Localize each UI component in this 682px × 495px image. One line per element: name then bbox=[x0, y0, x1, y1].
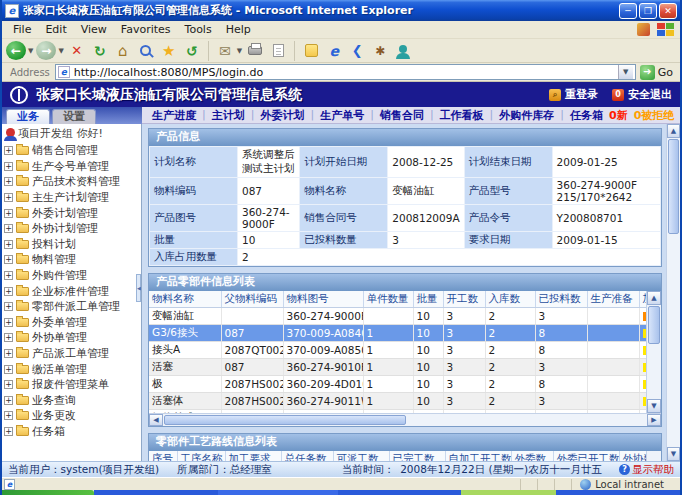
column-header[interactable]: 已完工数 bbox=[389, 451, 445, 461]
show-help-button[interactable]: ? 显示帮助 bbox=[619, 463, 674, 477]
nav-link[interactable]: 外委计划 bbox=[260, 108, 304, 123]
tree-item[interactable]: +投料计划 bbox=[2, 237, 141, 253]
column-header[interactable]: 批量 bbox=[413, 291, 443, 308]
column-header[interactable]: 生产准备 bbox=[587, 291, 639, 308]
forward-icon[interactable]: → bbox=[36, 41, 56, 60]
tree-item[interactable]: +产品派工单管理 bbox=[2, 346, 141, 362]
menu-edit[interactable]: Edit bbox=[38, 22, 73, 37]
parts-horizontal-scrollbar[interactable]: ◀ ▶ bbox=[149, 413, 661, 426]
tree-item[interactable]: +任务箱 bbox=[2, 424, 141, 440]
back-dropdown-icon[interactable]: ▼ bbox=[28, 47, 33, 55]
tree-item[interactable]: +业务查询 bbox=[2, 393, 141, 409]
column-header[interactable]: 外委已开工数 bbox=[553, 451, 619, 461]
expand-icon[interactable]: + bbox=[4, 193, 13, 202]
main-vertical-scrollbar[interactable]: ▲ ▼ bbox=[666, 124, 680, 461]
go-button[interactable]: ➜ Go bbox=[640, 65, 673, 80]
table-row[interactable]: 接头A2087QT002370-009-A085011032820 % bbox=[149, 342, 661, 359]
maximize-button[interactable]: ❐ bbox=[639, 3, 657, 19]
expand-icon[interactable]: + bbox=[4, 349, 13, 358]
expand-icon[interactable]: + bbox=[4, 427, 13, 436]
debug-icon[interactable]: ✱ bbox=[370, 41, 390, 61]
rejected-tasks-badge[interactable]: 0被拒绝 bbox=[634, 108, 675, 123]
expand-icon[interactable]: + bbox=[4, 380, 13, 389]
refresh-icon[interactable]: ↻ bbox=[90, 41, 110, 61]
media-icon[interactable]: ❮ bbox=[347, 41, 367, 61]
tree-item[interactable]: +主生产计划管理 bbox=[2, 190, 141, 206]
column-header[interactable]: 物料名称 bbox=[149, 291, 221, 308]
expand-icon[interactable]: + bbox=[4, 411, 13, 420]
nav-link[interactable]: 生产单号 bbox=[320, 108, 364, 123]
menu-view[interactable]: View bbox=[74, 22, 114, 37]
expand-icon[interactable]: + bbox=[4, 365, 13, 374]
column-header[interactable]: 工序名称 bbox=[177, 451, 225, 461]
tree-item[interactable]: +零部件派工单管理 bbox=[2, 299, 141, 315]
menu-favorites[interactable]: Favorites bbox=[114, 22, 178, 37]
column-header[interactable]: 可派工数 bbox=[333, 451, 389, 461]
scroll-down-icon[interactable]: ▼ bbox=[667, 447, 680, 461]
expand-icon[interactable]: + bbox=[4, 333, 13, 342]
expand-icon[interactable]: + bbox=[4, 302, 13, 311]
scroll-up-icon[interactable]: ▲ bbox=[667, 124, 680, 138]
column-header[interactable]: 加工要求 bbox=[225, 451, 281, 461]
mail-dropdown-icon[interactable]: ▼ bbox=[237, 47, 242, 55]
tree-item[interactable]: +外购件管理 bbox=[2, 268, 141, 284]
forward-dropdown-icon[interactable]: ▼ bbox=[58, 47, 63, 55]
scroll-left-icon[interactable]: ◀ bbox=[149, 414, 163, 426]
nav-link[interactable]: 工作看板 bbox=[440, 108, 484, 123]
relogin-button[interactable]: ⌕ 重登录 bbox=[549, 87, 598, 102]
tree-item[interactable]: +外委单管理 bbox=[2, 315, 141, 331]
menu-tools[interactable]: Tools bbox=[178, 22, 219, 37]
tree-item[interactable]: +物料管理 bbox=[2, 252, 141, 268]
taskbar-button[interactable] bbox=[218, 490, 338, 495]
column-header[interactable]: 自加工开工数 bbox=[445, 451, 511, 461]
scrollbar-thumb[interactable] bbox=[668, 139, 679, 234]
nav-link[interactable]: 任务箱 bbox=[570, 108, 603, 123]
expand-icon[interactable]: + bbox=[4, 177, 13, 186]
notes-icon[interactable] bbox=[301, 41, 321, 61]
history-icon[interactable]: ↺ bbox=[182, 41, 202, 61]
column-header[interactable]: 开工数 bbox=[443, 291, 485, 308]
tree-item[interactable]: +产品技术资料管理 bbox=[2, 174, 141, 190]
tree-item[interactable]: +销售合同管理 bbox=[2, 143, 141, 159]
scroll-down-icon[interactable]: ▼ bbox=[647, 399, 661, 413]
expand-icon[interactable]: + bbox=[4, 240, 13, 249]
nav-link[interactable]: 生产进度 bbox=[152, 108, 196, 123]
favorites-icon[interactable]: ★ bbox=[159, 41, 179, 61]
column-header[interactable]: 总任务数 bbox=[281, 451, 333, 461]
home-icon[interactable]: ⌂ bbox=[113, 41, 133, 61]
tree-item[interactable]: +生产令号单管理 bbox=[2, 159, 141, 175]
search-icon[interactable] bbox=[136, 41, 156, 61]
address-input[interactable]: e http://localhost:8080/MPS/login.do ▼ bbox=[55, 64, 636, 80]
taskbar-button[interactable] bbox=[461, 490, 556, 495]
expand-icon[interactable]: + bbox=[4, 255, 13, 264]
expand-icon[interactable]: + bbox=[4, 287, 13, 296]
scroll-up-icon[interactable]: ▲ bbox=[647, 291, 661, 305]
scroll-right-icon[interactable]: ▶ bbox=[647, 414, 661, 426]
column-header[interactable]: 外委数 bbox=[511, 451, 553, 461]
expand-icon[interactable]: + bbox=[4, 271, 13, 280]
menu-file[interactable]: File bbox=[6, 22, 38, 37]
nav-link[interactable]: 外购件库存 bbox=[499, 108, 554, 123]
start-button[interactable] bbox=[2, 490, 94, 495]
expand-icon[interactable]: + bbox=[4, 209, 13, 218]
scrollbar-thumb[interactable] bbox=[648, 306, 660, 344]
table-row[interactable]: 缸体总成087360-274-9200F11032419 % bbox=[149, 410, 661, 414]
minimize-button[interactable]: ─ bbox=[619, 3, 637, 19]
internet-explorer-icon[interactable]: e bbox=[324, 41, 344, 61]
table-row[interactable]: 活塞087360-274-9010F11032320 % bbox=[149, 359, 661, 376]
table-row[interactable]: 活塞体2087HS002360-274-9011W11032320 % bbox=[149, 393, 661, 410]
logout-button[interactable]: 0 安全退出 bbox=[612, 87, 672, 102]
table-row[interactable]: 变幅油缸360-274-9000F1032329 % bbox=[149, 308, 661, 325]
tree-item[interactable]: +企业标准件管理 bbox=[2, 283, 141, 299]
new-tasks-badge[interactable]: 0新 bbox=[609, 108, 628, 123]
address-url[interactable]: http://localhost:8080/MPS/login.do bbox=[74, 66, 618, 79]
expand-icon[interactable]: + bbox=[4, 318, 13, 327]
messenger-icon[interactable] bbox=[393, 41, 413, 61]
sidebar-collapse-handle[interactable]: ◀ bbox=[136, 274, 141, 302]
column-header[interactable]: 序号 bbox=[149, 451, 177, 461]
expand-icon[interactable]: + bbox=[4, 162, 13, 171]
stop-icon[interactable]: ✕ bbox=[67, 41, 87, 61]
address-dropdown-icon[interactable]: ▼ bbox=[618, 65, 633, 79]
column-header[interactable]: 父物料编码 bbox=[221, 291, 283, 308]
route-vertical-scrollbar[interactable]: ▼ bbox=[646, 451, 661, 461]
